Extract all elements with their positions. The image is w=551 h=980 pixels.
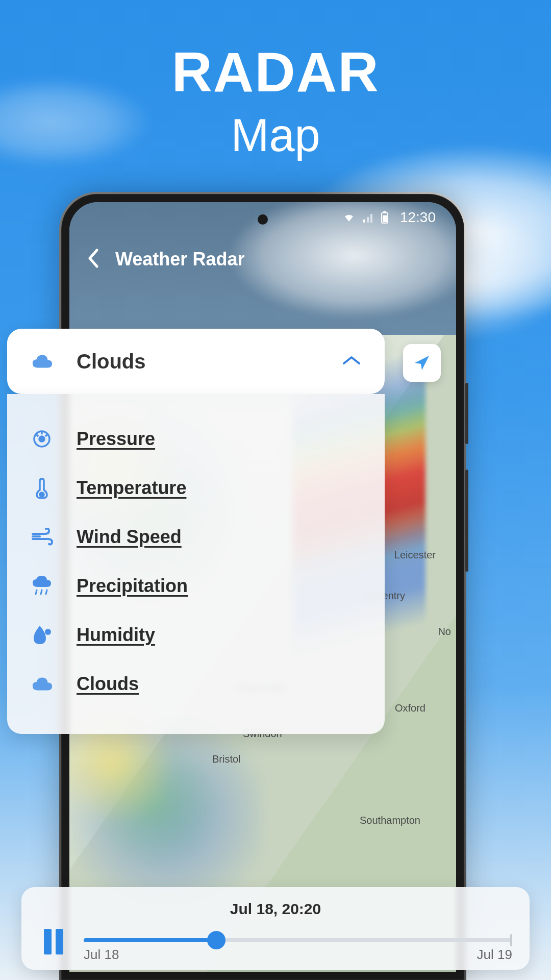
svg-line-10	[41, 590, 42, 594]
locate-me-button[interactable]	[403, 344, 441, 382]
layer-option-wind-speed[interactable]: Wind Speed	[31, 512, 361, 561]
pressure-icon	[31, 428, 53, 450]
timeline-slider[interactable]: Jul 18 Jul 19	[84, 927, 512, 957]
svg-rect-1	[383, 211, 386, 213]
humidity-icon	[31, 624, 53, 646]
svg-point-4	[39, 436, 44, 442]
layer-option-label: Temperature	[77, 477, 186, 499]
wind-icon	[31, 526, 53, 548]
layer-option-label: Precipitation	[77, 575, 188, 597]
pause-icon	[42, 928, 65, 955]
location-arrow-icon	[412, 353, 432, 373]
chevron-up-icon	[342, 354, 361, 369]
layer-option-label: Wind Speed	[77, 526, 182, 548]
map-city-label: No	[438, 626, 451, 638]
timeline-player: Jul 18, 20:20 Jul 18 Jul 19	[21, 887, 530, 970]
timeline-end-tick	[510, 934, 512, 946]
svg-rect-13	[44, 929, 52, 954]
phone-side-button	[465, 470, 468, 572]
layer-selector-toggle[interactable]: Clouds	[7, 329, 385, 394]
map-city-label: Southampton	[360, 815, 420, 826]
map-city-label: Leicester	[394, 549, 436, 561]
layer-option-temperature[interactable]: Temperature	[31, 463, 361, 512]
promo-title-line2: Map	[0, 108, 551, 163]
pause-button[interactable]	[39, 927, 68, 957]
layer-selector-panel: Clouds Pressure Temperature Wind Speed	[7, 329, 385, 734]
layer-option-label: Clouds	[77, 673, 139, 695]
back-button[interactable]	[87, 248, 100, 271]
wifi-icon	[343, 212, 355, 223]
svg-line-11	[46, 590, 47, 594]
status-time: 12:30	[400, 209, 436, 226]
promo-title: RADAR Map	[0, 41, 551, 163]
clouds-icon	[31, 350, 53, 373]
battery-icon	[381, 211, 389, 224]
promo-title-line1: RADAR	[0, 41, 551, 103]
layer-option-humidity[interactable]: Humidity	[31, 610, 361, 659]
map-city-label: Oxford	[395, 702, 425, 714]
phone-side-button	[465, 383, 468, 444]
page-title: Weather Radar	[115, 249, 244, 270]
layer-option-clouds[interactable]: Clouds	[31, 659, 361, 708]
timeline-start-label: Jul 18	[84, 947, 119, 963]
svg-line-6	[36, 434, 38, 436]
thermometer-icon	[31, 477, 53, 499]
svg-line-7	[45, 434, 47, 436]
svg-line-9	[36, 590, 37, 594]
layer-option-label: Humidity	[77, 624, 155, 646]
layer-selected-label: Clouds	[77, 350, 318, 373]
map-city-label: Bristol	[212, 753, 241, 765]
timeline-track-fill	[84, 938, 216, 942]
layer-option-precipitation[interactable]: Precipitation	[31, 561, 361, 610]
svg-rect-14	[56, 929, 63, 954]
signal-icon	[362, 212, 373, 223]
layer-option-label: Pressure	[77, 428, 155, 450]
svg-rect-2	[383, 215, 387, 222]
layer-options-list: Pressure Temperature Wind Speed Precipit…	[7, 394, 385, 734]
svg-point-8	[40, 493, 44, 497]
phone-camera	[258, 214, 268, 225]
timeline-end-label: Jul 19	[477, 947, 512, 963]
layer-option-pressure[interactable]: Pressure	[31, 414, 361, 463]
precipitation-icon	[31, 575, 53, 597]
svg-point-12	[45, 629, 51, 635]
timeline-current-time: Jul 18, 20:20	[39, 900, 512, 918]
clouds-icon	[31, 673, 53, 695]
